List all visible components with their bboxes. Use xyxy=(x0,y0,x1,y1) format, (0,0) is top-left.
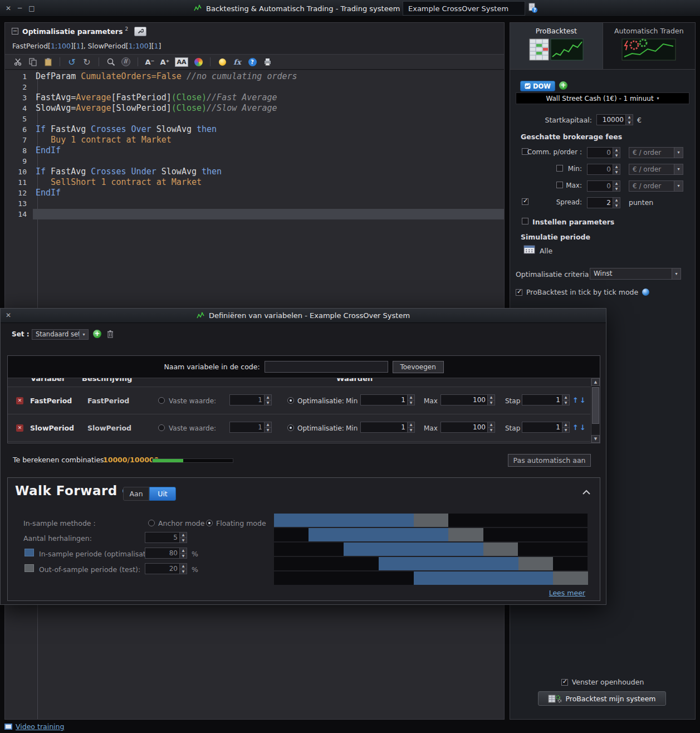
spin-down-icon[interactable]: ▼ xyxy=(613,170,620,175)
comm-field[interactable]: 0 ▲▼ xyxy=(587,147,620,158)
undo-icon[interactable]: ↺ xyxy=(67,56,77,67)
outsample-field[interactable]: 20 ▲▼ xyxy=(145,563,187,574)
spin-up-icon[interactable]: ▲ xyxy=(265,395,271,400)
code-line[interactable]: 13 xyxy=(5,198,504,209)
help-icon[interactable]: ? xyxy=(247,56,257,67)
move-up-icon[interactable]: ↑ xyxy=(572,423,579,432)
code-line[interactable]: 11 SellShort 1 contract at Market xyxy=(5,177,504,188)
spinner[interactable]: ▲▼ xyxy=(613,198,620,208)
venster-checkbox[interactable] xyxy=(561,679,568,686)
code-line[interactable]: 1DefParam CumulateOrders=False //no cumu… xyxy=(5,71,504,82)
redo-icon[interactable]: ↻ xyxy=(82,56,92,67)
insample-field[interactable]: 80 ▲▼ xyxy=(145,548,187,559)
add-instrument-icon[interactable]: + xyxy=(559,81,567,90)
code-line[interactable]: 14 xyxy=(5,209,504,219)
spin-up-icon[interactable]: ▲ xyxy=(408,422,414,428)
max-field[interactable]: 100▲▼ xyxy=(440,394,495,405)
font-increase-icon[interactable]: A⁺ xyxy=(160,56,170,67)
comment-icon[interactable]: // xyxy=(121,56,131,67)
simulatie-value[interactable]: Alle xyxy=(540,247,552,255)
spinner[interactable]: ▲▼ xyxy=(407,422,414,432)
toevoegen-button[interactable]: Toevoegen xyxy=(393,361,444,373)
instellen-checkbox[interactable] xyxy=(522,218,528,224)
function-icon[interactable]: fx xyxy=(232,56,242,67)
herhalingen-field[interactable]: 5 ▲▼ xyxy=(145,532,187,543)
spin-up-icon[interactable]: ▲ xyxy=(613,148,620,153)
spinner[interactable]: ▲▼ xyxy=(179,564,187,574)
spread-checkbox[interactable] xyxy=(522,198,528,205)
document-tab[interactable]: Example CrossOver System xyxy=(403,1,525,16)
stap-field[interactable]: 1▲▼ xyxy=(522,394,570,405)
delete-variable-button[interactable]: ✕ xyxy=(16,424,23,432)
min-field[interactable]: 1▲▼ xyxy=(360,394,415,405)
min-fee-field[interactable]: 0 ▲▼ xyxy=(587,164,620,175)
spin-up-icon[interactable]: ▲ xyxy=(408,395,414,400)
vaste-waarde-field[interactable]: 1▲▼ xyxy=(229,422,272,433)
spin-up-icon[interactable]: ▲ xyxy=(488,422,495,428)
spin-up-icon[interactable]: ▲ xyxy=(265,422,271,428)
tab-automatisch-traden[interactable]: Automatisch Traden xyxy=(603,23,696,69)
lees-meer-link[interactable]: Lees meer xyxy=(549,589,585,597)
spin-down-icon[interactable]: ▼ xyxy=(408,400,414,405)
spin-up-icon[interactable]: ▲ xyxy=(180,564,187,569)
code-line[interactable]: 8EndIf xyxy=(5,145,504,156)
spin-up-icon[interactable]: ▲ xyxy=(613,181,620,187)
max-field[interactable]: 100▲▼ xyxy=(440,422,495,433)
anchor-mode-radio[interactable] xyxy=(148,520,155,526)
add-set-icon[interactable]: + xyxy=(93,330,101,338)
spinner[interactable]: ▲▼ xyxy=(613,181,620,191)
vaste-waarde-radio[interactable] xyxy=(158,397,165,404)
spinner[interactable]: ▲▼ xyxy=(487,395,495,405)
spin-down-icon[interactable]: ▼ xyxy=(265,400,271,405)
comm-unit-select[interactable]: € / order ▾ xyxy=(629,147,683,158)
search-icon[interactable] xyxy=(106,56,116,67)
calendar-icon[interactable] xyxy=(523,245,535,256)
spin-down-icon[interactable]: ▼ xyxy=(488,428,495,433)
scroll-down-icon[interactable]: ▼ xyxy=(591,435,600,443)
spin-down-icon[interactable]: ▼ xyxy=(613,153,620,158)
vaste-waarde-radio[interactable] xyxy=(158,424,165,431)
spin-down-icon[interactable]: ▼ xyxy=(562,428,569,433)
spinner[interactable]: ▲▼ xyxy=(613,148,620,158)
spinner[interactable]: ▲▼ xyxy=(562,422,569,432)
move-down-icon[interactable]: ↓ xyxy=(580,396,586,404)
startkapitaal-field[interactable]: 10000 ▲▼ xyxy=(596,114,633,125)
max-checkbox[interactable] xyxy=(556,182,563,188)
spin-down-icon[interactable]: ▼ xyxy=(626,120,633,125)
walkforward-aan-button[interactable]: Aan xyxy=(123,487,149,501)
print-icon[interactable] xyxy=(262,56,272,67)
spin-down-icon[interactable]: ▼ xyxy=(488,400,495,405)
spin-up-icon[interactable]: ▲ xyxy=(562,395,569,400)
code-line[interactable]: 5 xyxy=(5,114,504,124)
code-line[interactable]: 9 xyxy=(5,156,504,167)
spinner[interactable]: ▲▼ xyxy=(487,422,495,432)
spinner[interactable]: ▲▼ xyxy=(613,164,620,174)
scrollbar-thumb[interactable] xyxy=(592,387,599,424)
paste-icon[interactable] xyxy=(43,56,53,67)
help-doc-icon[interactable]: ? xyxy=(528,3,538,15)
code-line[interactable]: 10If FastAvg Crosses Under SlowAvg then xyxy=(5,167,504,177)
code-line[interactable]: 3FastAvg=Average[FastPeriod](Close)//Fas… xyxy=(5,92,504,103)
spin-down-icon[interactable]: ▼ xyxy=(180,569,187,574)
optimalisatie-radio[interactable] xyxy=(287,397,294,404)
table-scrollbar[interactable]: ▲ ▼ xyxy=(591,378,600,443)
spin-down-icon[interactable]: ▼ xyxy=(613,187,620,192)
code-line[interactable]: 12EndIf xyxy=(5,188,504,198)
spin-up-icon[interactable]: ▲ xyxy=(180,532,187,538)
spread-field[interactable]: 2 ▲▼ xyxy=(587,197,620,208)
max-unit-select[interactable]: € / order ▾ xyxy=(629,180,683,192)
spin-down-icon[interactable]: ▼ xyxy=(408,428,414,433)
spinner[interactable]: ▲▼ xyxy=(179,548,187,558)
dialog-close-icon[interactable]: ✕ xyxy=(6,311,11,319)
scroll-up-icon[interactable]: ▲ xyxy=(591,378,600,386)
font-case-icon[interactable]: AA xyxy=(175,57,188,67)
code-line[interactable]: 2 xyxy=(5,82,504,92)
collapse-chevron-icon[interactable] xyxy=(582,489,591,497)
optimalisatie-radio[interactable] xyxy=(287,424,294,431)
maximize-icon[interactable]: □ xyxy=(28,4,35,12)
move-down-icon[interactable]: ↓ xyxy=(580,423,586,432)
spinner[interactable]: ▲▼ xyxy=(264,422,271,432)
move-up-icon[interactable]: ↑ xyxy=(572,396,579,404)
spin-down-icon[interactable]: ▼ xyxy=(613,203,620,208)
minimize-icon[interactable]: ─ xyxy=(18,4,22,12)
